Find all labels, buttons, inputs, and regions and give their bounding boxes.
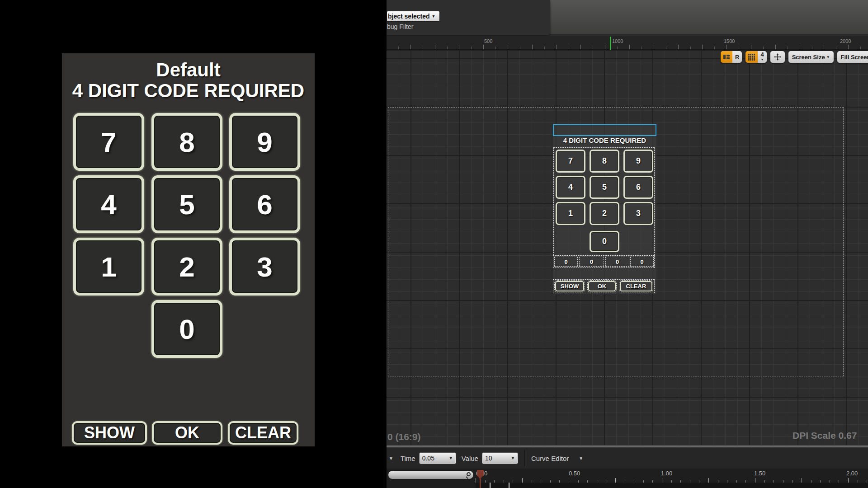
key-1[interactable]: 1 bbox=[73, 238, 144, 296]
code-digit-3[interactable]: 0 bbox=[605, 257, 629, 267]
ruler-label-500: 500 bbox=[484, 38, 492, 44]
key-0[interactable]: 0 bbox=[151, 300, 222, 358]
selected-textblock-outline[interactable] bbox=[553, 124, 656, 136]
value-label: Value bbox=[462, 455, 478, 462]
designer-panel: 4 DIGIT CODE REQUIRED 7 8 9 4 5 6 1 2 3 … bbox=[387, 0, 868, 488]
horizontal-ruler: 500 1000 1500 2000 bbox=[387, 36, 868, 50]
ok-button[interactable]: OK bbox=[152, 421, 222, 445]
timeline-ruler-ticks bbox=[476, 478, 868, 483]
widget-ok-button[interactable]: OK bbox=[588, 281, 616, 291]
code-digit-2[interactable]: 0 bbox=[579, 257, 604, 267]
widget-show-button[interactable]: SHOW bbox=[555, 281, 584, 291]
move-icon bbox=[774, 53, 781, 61]
widget-key-8[interactable]: 8 bbox=[590, 150, 619, 173]
chevron-down-icon: ▼ bbox=[761, 57, 764, 62]
object-selected-dropdown[interactable]: bject selected ▼ bbox=[387, 11, 440, 22]
ruler-label-1500: 1500 bbox=[724, 38, 735, 44]
widget-key-4[interactable]: 4 bbox=[556, 176, 585, 199]
widget-key-0[interactable]: 0 bbox=[590, 231, 619, 252]
localization-toggle-group: R bbox=[720, 51, 742, 63]
code-digit-1[interactable]: 0 bbox=[554, 257, 578, 267]
flow-direction-button[interactable]: R bbox=[732, 51, 742, 63]
playhead-marker[interactable] bbox=[477, 470, 484, 479]
magnifier-icon bbox=[466, 472, 472, 478]
toolbar-divider bbox=[524, 450, 525, 467]
clear-button[interactable]: CLEAR bbox=[228, 421, 298, 445]
chevron-down-icon: ▼ bbox=[449, 456, 453, 460]
screen-size-button[interactable]: Screen Size ▼ bbox=[788, 51, 834, 63]
grid-size-button[interactable]: 4▼ bbox=[758, 51, 766, 63]
screen-size-label: Screen Size bbox=[792, 54, 825, 61]
timeline-tracks bbox=[476, 483, 868, 488]
umg-editor: Default 4 DIGIT CODE REQUIRED 7 8 9 4 5 … bbox=[0, 0, 868, 488]
object-selected-label: bject selected bbox=[388, 13, 430, 20]
key-3[interactable]: 3 bbox=[229, 238, 300, 296]
grid-snap-button[interactable] bbox=[745, 51, 758, 63]
key-6[interactable]: 6 bbox=[229, 175, 300, 233]
widget-key-9[interactable]: 9 bbox=[623, 150, 653, 173]
debug-filter-label: bug Filter bbox=[387, 23, 413, 30]
widget-key-7[interactable]: 7 bbox=[556, 150, 585, 173]
viewport-toolbar: R 4▼ bbox=[720, 51, 868, 63]
timeline: 0.00 0.50 1.00 1.50 2.00 bbox=[387, 469, 868, 488]
timeline-label-150: 1.50 bbox=[754, 470, 765, 477]
designer-viewport[interactable]: 4 DIGIT CODE REQUIRED 7 8 9 4 5 6 1 2 3 … bbox=[387, 50, 868, 445]
chevron-down-icon: ▼ bbox=[432, 14, 436, 19]
time-label: Time bbox=[401, 455, 415, 462]
widget-key-5[interactable]: 5 bbox=[590, 176, 619, 199]
resolution-label: 0 (16:9) bbox=[387, 432, 421, 442]
key-8[interactable]: 8 bbox=[151, 113, 222, 171]
keyframe-marker[interactable] bbox=[490, 483, 491, 488]
widget-key-2[interactable]: 2 bbox=[590, 202, 619, 225]
key-4[interactable]: 4 bbox=[73, 175, 144, 233]
value-input[interactable]: 10 ▼ bbox=[482, 452, 518, 464]
fill-screen-button[interactable]: Fill Screen bbox=[837, 51, 868, 63]
timeline-label-100: 1.00 bbox=[661, 470, 672, 477]
widget-key-1[interactable]: 1 bbox=[556, 202, 585, 225]
key-7[interactable]: 7 bbox=[73, 113, 144, 171]
value-value: 10 bbox=[485, 455, 492, 462]
animation-toolbar: ▼ Time 0.05 ▼ Value 10 ▼ Curve Editor ▼ bbox=[387, 448, 868, 469]
key-2[interactable]: 2 bbox=[151, 238, 222, 296]
ruler-label-1000: 1000 bbox=[612, 38, 623, 44]
panels-icon bbox=[723, 54, 730, 60]
timeline-zoom-scrollbar[interactable] bbox=[388, 470, 474, 479]
widget-key-6[interactable]: 6 bbox=[623, 176, 653, 199]
timeline-label-200: 2.00 bbox=[846, 470, 858, 477]
preview-state-title: Default bbox=[62, 60, 315, 80]
show-button[interactable]: SHOW bbox=[72, 421, 147, 445]
grid-icon bbox=[748, 54, 755, 61]
widget-subtitle[interactable]: 4 DIGIT CODE REQUIRED bbox=[553, 136, 656, 144]
ruler-label-2000: 2000 bbox=[840, 38, 851, 44]
key-9[interactable]: 9 bbox=[229, 113, 300, 171]
timeline-label-050: 0.50 bbox=[569, 470, 580, 477]
transform-mode-button[interactable] bbox=[770, 51, 785, 63]
preview-subtitle: 4 DIGIT CODE REQUIRED bbox=[62, 80, 315, 101]
chevron-down-icon: ▼ bbox=[511, 456, 515, 460]
time-value: 0.05 bbox=[422, 455, 434, 462]
ruler-green-marker bbox=[610, 37, 611, 50]
chevron-down-icon[interactable]: ▼ bbox=[579, 456, 583, 461]
keyframe-marker[interactable] bbox=[509, 483, 509, 488]
curve-editor-label[interactable]: Curve Editor bbox=[531, 455, 569, 462]
fill-screen-label: Fill Screen bbox=[841, 54, 868, 61]
grid-size-value: 4 bbox=[760, 52, 764, 57]
grid-snap-group: 4▼ bbox=[745, 51, 767, 63]
dpi-scale-label: DPI Scale 0.67 bbox=[793, 430, 857, 441]
widget-clear-button[interactable]: CLEAR bbox=[620, 281, 652, 291]
key-5[interactable]: 5 bbox=[151, 175, 222, 233]
debug-overlay: bject selected ▼ bug Filter bbox=[387, 0, 550, 35]
top-gradient-bar bbox=[549, 0, 868, 35]
keypad-widget[interactable]: 4 DIGIT CODE REQUIRED 7 8 9 4 5 6 1 2 3 … bbox=[553, 124, 656, 294]
chevron-down-icon: ▼ bbox=[826, 55, 830, 59]
keypad-preview-panel: Default 4 DIGIT CODE REQUIRED 7 8 9 4 5 … bbox=[62, 53, 315, 446]
chevron-down-icon[interactable]: ▼ bbox=[389, 456, 393, 461]
preview-toggle-button[interactable] bbox=[721, 51, 732, 63]
playhead-line bbox=[480, 479, 481, 488]
code-digit-4[interactable]: 0 bbox=[630, 257, 654, 267]
widget-key-3[interactable]: 3 bbox=[623, 202, 653, 225]
time-input[interactable]: 0.05 ▼ bbox=[419, 452, 456, 464]
